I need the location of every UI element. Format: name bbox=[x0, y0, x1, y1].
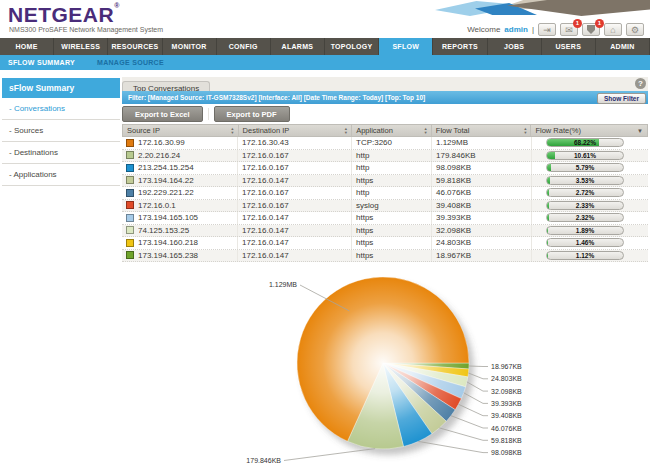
flow-total: 39.408KB bbox=[432, 200, 532, 212]
table-row[interactable]: 172.16.30.99172.16.30.43TCP:32601.129MB6… bbox=[122, 137, 648, 150]
source-ip: 172.16.30.99 bbox=[138, 138, 185, 147]
destination-ip: 172.16.30.43 bbox=[238, 137, 352, 149]
flow-rate-value: 10.61% bbox=[547, 152, 623, 160]
pie-label: 179.846KB bbox=[246, 457, 281, 464]
sidebar-item-sources[interactable]: Sources bbox=[2, 120, 120, 142]
home-icon: ⌂ bbox=[610, 25, 615, 35]
mail-badge: 1 bbox=[573, 19, 582, 28]
flow-pie-chart: 18.967KB24.803KB32.098KB39.393KB39.408KB… bbox=[0, 265, 650, 469]
table-row[interactable]: 74.125.153.25172.16.0.147https32.098KB1.… bbox=[122, 225, 648, 238]
application: https bbox=[352, 212, 432, 224]
sort-icon[interactable]: ▴▾ bbox=[345, 127, 347, 134]
source-ip: 172.16.0.1 bbox=[138, 201, 176, 210]
column-label: Flow Rate(%) bbox=[535, 126, 580, 135]
button-divider bbox=[208, 108, 209, 120]
flow-rate-bar: 1.46% bbox=[546, 238, 624, 247]
export-pdf-button[interactable]: Export to PDF bbox=[214, 106, 290, 122]
show-filter-button[interactable]: Show Filter bbox=[597, 93, 646, 104]
table-row[interactable]: 2.20.216.24172.16.0.167http179.846KB10.6… bbox=[122, 150, 648, 163]
pie-leader-line bbox=[418, 441, 488, 452]
flow-total: 59.818KB bbox=[432, 175, 532, 187]
flow-total: 98.098KB bbox=[432, 162, 532, 174]
table-row[interactable]: 173.194.165.238172.16.0.147https18.967KB… bbox=[122, 250, 648, 263]
product-subtitle: NMS300 ProSAFE Network Management System bbox=[9, 26, 163, 33]
column-menu-icon[interactable]: ▼ bbox=[637, 128, 643, 134]
column-header-destination-ip[interactable]: Destination IP▴▾ bbox=[239, 125, 353, 136]
column-label: Flow Total bbox=[436, 126, 470, 135]
flow-rate-value: 2.32% bbox=[547, 214, 623, 222]
application: http bbox=[352, 162, 432, 174]
source-ip: 213.254.15.254 bbox=[138, 163, 194, 172]
logout-icon: ⇥ bbox=[543, 25, 551, 35]
table-row[interactable]: 172.16.0.1172.16.0.167syslog39.408KB2.33… bbox=[122, 200, 648, 213]
row-color-swatch bbox=[126, 164, 134, 172]
source-ip: 74.125.153.25 bbox=[138, 226, 189, 235]
source-ip: 173.194.165.105 bbox=[138, 213, 198, 222]
subnav-item-sflow-summary[interactable]: SFLOW SUMMARY bbox=[8, 59, 75, 66]
nav-item-resources[interactable]: RESOURCES bbox=[108, 38, 162, 55]
help-icon[interactable]: ? bbox=[635, 78, 646, 89]
username-link[interactable]: admin bbox=[504, 25, 528, 34]
table-row[interactable]: 192.229.221.22172.16.0.167http46.076KB2.… bbox=[122, 187, 648, 200]
source-ip: 173.194.164.22 bbox=[138, 176, 194, 185]
sidebar-item-destinations[interactable]: Destinations bbox=[2, 142, 120, 164]
pie-leader-line bbox=[284, 449, 375, 461]
pie-label: 32.098KB bbox=[491, 388, 522, 395]
nav-item-topology[interactable]: TOPOLOGY bbox=[325, 38, 379, 55]
sort-icon[interactable]: ▴▾ bbox=[231, 127, 233, 134]
row-color-swatch bbox=[126, 151, 134, 159]
nav-item-wireless[interactable]: WIRELESS bbox=[54, 38, 108, 55]
flow-rate-bar: 68.22% bbox=[546, 138, 624, 147]
row-color-swatch bbox=[126, 251, 134, 259]
nav-item-admin[interactable]: ADMIN bbox=[596, 38, 650, 55]
table-row[interactable]: 173.194.164.22172.16.0.147https59.818KB3… bbox=[122, 175, 648, 188]
pie-label: 39.408KB bbox=[491, 412, 522, 419]
pie-label: 24.803KB bbox=[491, 375, 522, 382]
column-header-flow-rate-[interactable]: Flow Rate(%)▼ bbox=[531, 125, 647, 136]
column-header-source-ip[interactable]: Source IP▴▾ bbox=[123, 125, 239, 136]
destination-ip: 172.16.0.167 bbox=[238, 200, 352, 212]
pie-leader-line bbox=[439, 428, 488, 440]
column-header-application[interactable]: Application▴▾ bbox=[352, 125, 432, 136]
table-row[interactable]: 173.194.160.218172.16.0.147https24.803KB… bbox=[122, 237, 648, 250]
shield-icon bbox=[587, 25, 595, 34]
destination-ip: 172.16.0.147 bbox=[238, 237, 352, 249]
sidebar-item-applications[interactable]: Applications bbox=[2, 164, 120, 186]
nav-item-jobs[interactable]: JOBS bbox=[488, 38, 542, 55]
nav-item-sflow[interactable]: SFLOW bbox=[379, 38, 433, 55]
nav-item-config[interactable]: CONFIG bbox=[217, 38, 271, 55]
flow-rate-bar: 1.89% bbox=[546, 226, 624, 235]
row-color-swatch bbox=[126, 226, 134, 234]
nav-item-alarms[interactable]: ALARMS bbox=[271, 38, 325, 55]
mail-button[interactable]: ✉1 bbox=[560, 23, 578, 36]
settings-button[interactable]: ⚙ bbox=[626, 23, 644, 36]
source-ip: 173.194.165.238 bbox=[138, 251, 198, 260]
logout-button[interactable]: ⇥ bbox=[538, 23, 556, 36]
nav-item-users[interactable]: USERS bbox=[542, 38, 596, 55]
conversations-table: Source IP▴▾Destination IP▴▾Application▴▾… bbox=[122, 124, 648, 262]
application: TCP:3260 bbox=[352, 137, 432, 149]
flow-rate-bar: 2.32% bbox=[546, 213, 624, 222]
subnav-item-manage-source[interactable]: MANAGE SOURCE bbox=[97, 59, 164, 66]
sort-icon[interactable]: ▴▾ bbox=[425, 127, 427, 134]
sidebar-item-conversations[interactable]: Conversations bbox=[2, 98, 120, 120]
home-button[interactable]: ⌂ bbox=[604, 23, 622, 36]
row-color-swatch bbox=[126, 214, 134, 222]
separator: | bbox=[532, 25, 534, 34]
export-excel-button[interactable]: Export to Excel bbox=[122, 106, 203, 122]
pie-label: 18.967KB bbox=[491, 363, 522, 370]
nav-item-home[interactable]: HOME bbox=[0, 38, 54, 55]
flow-rate-value: 68.22% bbox=[547, 139, 623, 147]
security-button[interactable]: 1 bbox=[582, 23, 600, 36]
sort-icon[interactable]: ▴▾ bbox=[524, 127, 526, 134]
pie-leader-line bbox=[451, 416, 488, 428]
pie-label: 98.098KB bbox=[491, 449, 522, 456]
table-row[interactable]: 173.194.165.105172.16.0.147https39.393KB… bbox=[122, 212, 648, 225]
column-header-flow-total[interactable]: Flow Total▴▾ bbox=[432, 125, 532, 136]
application: https bbox=[352, 250, 432, 262]
nav-item-monitor[interactable]: MONITOR bbox=[163, 38, 217, 55]
sidebar: sFlow Summary ConversationsSourcesDestin… bbox=[2, 78, 120, 186]
flow-rate-bar: 2.72% bbox=[546, 188, 624, 197]
nav-item-reports[interactable]: REPORTS bbox=[433, 38, 487, 55]
table-row[interactable]: 213.254.15.254172.16.0.167http98.098KB5.… bbox=[122, 162, 648, 175]
